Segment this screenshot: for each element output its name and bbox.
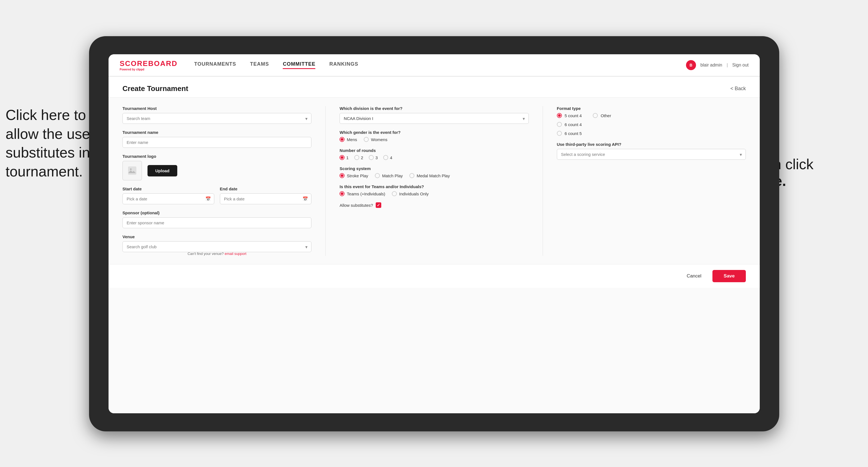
form-body: Tournament Host Tournament name Tourname… [108,98,760,264]
allow-substitutes-checkbox[interactable]: ✓ [376,202,381,208]
venue-group: Venue Can't find your venue? email suppo… [122,234,311,256]
allow-substitutes-label: Allow substitutes? [340,203,373,208]
end-date-wrapper: 📅 [220,193,312,204]
venue-label: Venue [122,234,311,239]
navbar: SCOREBOARD Powered by clippd TOURNAMENTS… [108,54,760,76]
gender-options: Mens Womens [340,137,528,142]
sponsor-input[interactable] [122,217,311,228]
division-select[interactable]: NCAA Division I [340,113,528,124]
calendar-icon-end: 📅 [303,196,308,201]
rounds-label: Number of rounds [340,148,528,153]
nav-items: TOURNAMENTS TEAMS COMMITTEE RANKINGS [194,61,686,69]
image-placeholder-icon [128,166,136,175]
gender-mens[interactable]: Mens [340,137,357,142]
radio-round-4[interactable] [383,155,388,160]
radio-mens[interactable] [340,137,344,142]
gender-womens[interactable]: Womens [364,137,388,142]
round-4[interactable]: 4 [383,155,392,160]
event-type-individuals[interactable]: Individuals Only [392,191,429,196]
tablet-frame: SCOREBOARD Powered by clippd TOURNAMENTS… [89,36,779,431]
format-6count5[interactable]: 6 count 5 [557,131,746,136]
nav-item-committee[interactable]: COMMITTEE [283,61,315,69]
form-col-middle: Which division is the event for? NCAA Di… [340,106,528,256]
gender-label: Which gender is the event for? [340,130,528,135]
sign-out-link[interactable]: Sign out [732,63,749,68]
radio-5count4[interactable] [557,113,562,118]
radio-other[interactable] [593,113,598,118]
scoring-system-group: Scoring system Stroke Play Match Play [340,166,528,178]
end-date-label: End date [220,186,312,191]
save-button[interactable]: Save [712,270,746,282]
format-options: 5 count 4 Other 6 count 4 [557,113,746,136]
cancel-button[interactable]: Cancel [681,271,707,282]
format-5count4[interactable]: 5 count 4 [557,113,582,118]
form-col-right: Format type 5 count 4 Other [557,106,746,256]
avatar: B [686,60,696,70]
scoring-stroke[interactable]: Stroke Play [340,173,368,178]
end-date-input[interactable] [220,193,312,204]
scoring-api-select-wrapper [557,149,746,160]
page-title: Create Tournament [122,84,188,93]
radio-round-2[interactable] [354,155,359,160]
radio-round-3[interactable] [369,155,374,160]
radio-round-1[interactable] [340,155,344,160]
start-date-group: Start date 📅 [122,186,214,204]
start-date-input[interactable] [122,193,214,204]
event-type-options: Teams (+Individuals) Individuals Only [340,191,528,196]
radio-6count4[interactable] [557,122,562,127]
scoring-api-label: Use third-party live scoring API? [557,142,746,147]
back-button[interactable]: < Back [730,86,746,92]
logo-scoreboard: SCOREBOARD [120,59,178,68]
event-type-teams[interactable]: Teams (+Individuals) [340,191,385,196]
nav-item-tournaments[interactable]: TOURNAMENTS [194,61,236,69]
format-type-group: Format type 5 count 4 Other [557,106,746,136]
division-group: Which division is the event for? NCAA Di… [340,106,528,124]
radio-stroke[interactable] [340,173,344,178]
sponsor-group: Sponsor (optional) [122,210,311,228]
nav-right: B blair admin | Sign out [686,60,749,70]
scoring-api-group: Use third-party live scoring API? [557,142,746,160]
scoring-options: Stroke Play Match Play Medal Match Play [340,173,528,178]
logo-upload-area: Upload [122,161,311,180]
gender-group: Which gender is the event for? Mens Wome… [340,130,528,142]
tournament-logo-group: Tournament logo Upload [122,154,311,180]
tablet-screen: SCOREBOARD Powered by clippd TOURNAMENTS… [108,54,760,413]
radio-teams[interactable] [340,191,344,196]
format-6count4[interactable]: 6 count 4 [557,122,746,127]
division-label: Which division is the event for? [340,106,528,111]
venue-input[interactable] [122,241,311,252]
tournament-host-input[interactable] [122,113,311,124]
radio-medal-match[interactable] [409,173,414,178]
start-date-label: Start date [122,186,214,191]
radio-match[interactable] [375,173,380,178]
upload-button[interactable]: Upload [148,165,177,177]
user-name: blair admin [701,63,722,68]
scoring-system-label: Scoring system [340,166,528,171]
tournament-name-input[interactable] [122,137,311,148]
nav-item-rankings[interactable]: RANKINGS [329,61,358,69]
round-1[interactable]: 1 [340,155,348,160]
date-row: Start date 📅 End date 📅 [122,186,311,204]
round-2[interactable]: 2 [354,155,363,160]
col-divider-1 [325,106,326,256]
tournament-host-label: Tournament Host [122,106,311,111]
allow-substitutes-group: Allow substitutes? ✓ [340,202,528,208]
main-content: Tournament Host Tournament name Tourname… [108,98,760,413]
nav-item-teams[interactable]: TEAMS [250,61,269,69]
tournament-host-select-wrapper [122,113,311,124]
radio-individuals[interactable] [392,191,397,196]
logo-area: SCOREBOARD Powered by clippd [120,59,178,71]
tournament-logo-label: Tournament logo [122,154,311,159]
format-other[interactable]: Other [593,113,611,118]
division-select-wrapper: NCAA Division I [340,113,528,124]
scoring-api-input[interactable] [557,149,746,160]
scoring-medal-match[interactable]: Medal Match Play [409,173,450,178]
venue-select-wrapper [122,241,311,252]
round-3[interactable]: 3 [369,155,378,160]
form-col-left: Tournament Host Tournament name Tourname… [122,106,311,256]
scoring-match[interactable]: Match Play [375,173,403,178]
venue-email-link[interactable]: email support [225,252,246,256]
radio-6count5[interactable] [557,131,562,136]
tournament-name-label: Tournament name [122,130,311,135]
radio-womens[interactable] [364,137,369,142]
